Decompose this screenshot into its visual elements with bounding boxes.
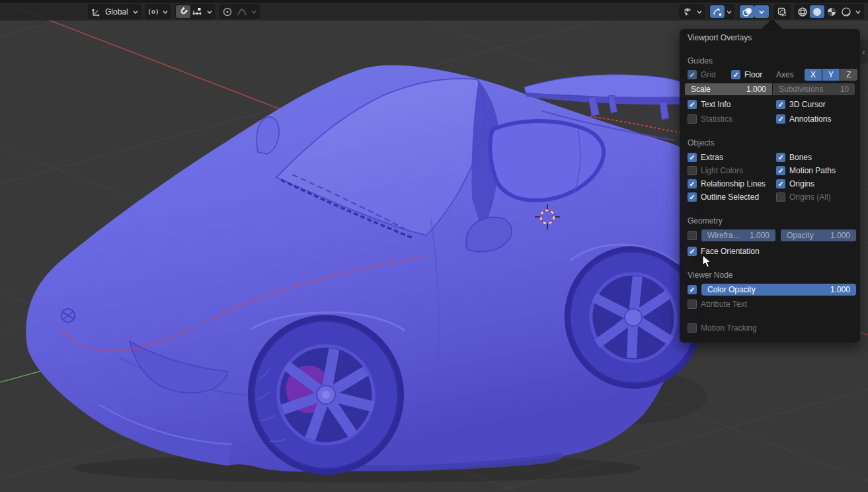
checkbox-grid[interactable]: Grid [688,69,716,81]
bones-label: Bones [789,153,812,162]
object-visibility-dropdown[interactable] [679,4,705,19]
cursor-3d-label: 3D Cursor [789,100,826,109]
grid-label: Grid [701,70,716,79]
checkbox-bones[interactable]: Bones [776,151,812,163]
checkbox-outline-selected[interactable]: Outline Selected [688,191,759,203]
shading-material-icon[interactable] [824,5,839,18]
checkbox-box[interactable] [688,300,697,309]
grid-scale-slider[interactable]: Scale 1.000 [685,83,772,95]
checkbox-motion-paths[interactable]: Motion Paths [776,165,836,177]
extras-label: Extras [701,153,723,162]
color-opacity-label: Color Opacity [707,285,756,294]
subdivisions-slider[interactable]: Subdivisions 10 [773,83,855,95]
pivot-point-icon [146,5,161,18]
shading-wireframe-icon[interactable] [795,5,810,18]
axis-x-button[interactable]: X [805,69,822,81]
shading-rendered-icon[interactable] [839,5,853,18]
color-opacity-slider[interactable]: Color Opacity 1.000 [701,284,856,296]
shading-mode-group [794,4,864,19]
checkbox-box[interactable] [731,70,740,79]
overlays-open-chevron-icon[interactable] [754,5,769,18]
scale-label: Scale [691,85,711,94]
checkbox-box[interactable] [776,153,785,162]
overlays-dropdown [738,4,770,19]
subdivisions-label: Subdivisions [779,85,823,94]
checkbox-box[interactable] [776,114,785,124]
axis-z-button[interactable]: Z [840,69,857,81]
gizmo-icon[interactable] [710,5,725,18]
header-left-tools: Global [88,4,260,19]
checkbox-box[interactable] [688,70,697,79]
relationship-lines-label: Relationship Lines [701,179,766,188]
wireframe-value: 1.000 [750,231,769,240]
checkbox-attribute-text[interactable]: Attribute Text [688,298,747,310]
checkbox-box[interactable] [776,166,785,175]
xray-toggle[interactable] [773,4,791,19]
checkbox-box[interactable] [688,323,697,333]
checkbox-viewer-node[interactable] [688,284,697,296]
opacity-value: 1.000 [830,231,850,240]
chevron-down-icon[interactable] [853,5,863,18]
proportional-edit-controls [219,4,260,19]
checkbox-origins-all[interactable]: Origins (All) [776,191,831,203]
chevron-down-icon[interactable] [205,5,214,18]
checkbox-box[interactable] [776,100,785,109]
popover-title: Viewport Overlays [688,33,752,42]
chevron-down-icon[interactable] [249,5,258,18]
checkbox-box[interactable] [688,247,697,256]
proportional-edit-icon[interactable] [220,5,235,18]
chevron-down-icon[interactable] [725,5,734,18]
chevron-down-icon [695,5,704,18]
checkbox-face-orientation[interactable]: Face Orientation [688,245,760,257]
floor-label: Floor [744,70,762,79]
magnet-icon[interactable] [176,5,190,18]
transform-orientation-dropdown[interactable]: Global [88,4,141,19]
checkbox-wireframe[interactable] [688,229,697,241]
scale-value: 1.000 [746,85,766,94]
checkbox-origins[interactable]: Origins [776,178,814,190]
pivot-point-dropdown[interactable] [145,4,171,19]
section-geometry: Geometry [688,216,723,226]
wireframe-opacity-slider[interactable]: Opacity 1.000 [781,229,856,241]
checkbox-statistics[interactable]: Statistics [688,113,732,125]
section-objects: Objects [688,138,715,147]
header-right-tools [679,4,864,19]
checkbox-box[interactable] [688,179,697,188]
shading-solid-icon[interactable] [810,5,824,18]
checkbox-floor[interactable]: Floor [731,69,762,81]
mouse-cursor [702,255,713,269]
checkbox-box[interactable] [688,231,697,240]
checkbox-annotations[interactable]: Annotations [776,113,831,125]
checkbox-motion-tracking[interactable]: Motion Tracking [688,322,757,334]
checkbox-box[interactable] [688,100,697,109]
snap-target-icon[interactable] [190,5,205,18]
checkbox-box[interactable] [688,192,697,202]
xray-icon [775,5,789,18]
checkbox-box[interactable] [776,192,785,202]
checkbox-text-info[interactable]: Text Info [688,99,730,110]
subdivisions-value: 10 [840,85,849,94]
falloff-curve-icon[interactable] [235,5,249,18]
chevron-down-icon [161,5,170,18]
checkbox-extras[interactable]: Extras [688,151,723,163]
checkbox-box[interactable] [776,179,785,188]
wireframe-threshold-slider[interactable]: Wirefra... 1.000 [701,229,775,241]
axes-label: Axes [776,70,794,79]
orientation-label: Global [104,7,131,17]
overlays-icon[interactable] [740,5,754,18]
motion-tracking-label: Motion Tracking [701,323,757,333]
snapping-controls [175,4,216,19]
checkbox-box[interactable] [688,114,697,124]
checkbox-box[interactable] [688,285,697,294]
checkbox-box[interactable] [688,166,697,175]
checkbox-relationship-lines[interactable]: Relationship Lines [688,178,766,190]
checkbox-3d-cursor[interactable]: 3D Cursor [776,99,826,110]
blender-3d-viewport[interactable]: Global [0,0,868,492]
checkbox-light-colors[interactable]: Light Colors [688,165,743,177]
sidebar-toggle-arrow[interactable]: ‹ [859,40,868,63]
car-model[interactable] [26,65,713,485]
attribute-text-label: Attribute Text [701,300,747,309]
checkbox-box[interactable] [688,153,697,162]
axis-y-button[interactable]: Y [822,69,840,81]
viewport-header: Global [0,3,868,20]
